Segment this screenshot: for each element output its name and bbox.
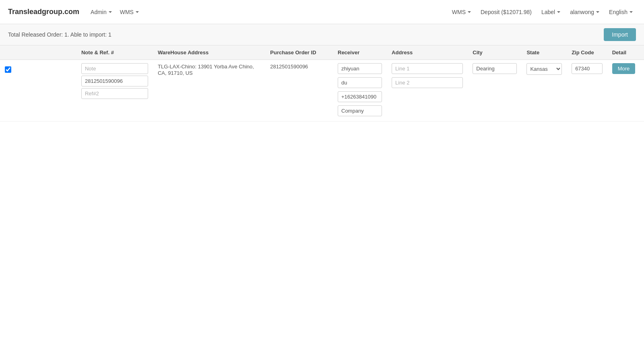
address-line1-input[interactable] bbox=[392, 63, 463, 74]
col-header-state: State bbox=[522, 45, 567, 60]
wms-right-menu[interactable]: WMS bbox=[449, 6, 474, 18]
po-cell: 2812501590096 bbox=[265, 60, 333, 121]
col-header-receiver: Receiver bbox=[333, 45, 387, 60]
col-header-checkbox bbox=[0, 45, 76, 60]
receiver-company-input[interactable] bbox=[338, 105, 382, 116]
city-cell bbox=[468, 60, 522, 121]
label-menu[interactable]: Label bbox=[538, 6, 564, 18]
table-container: Note & Ref. # WareHouse Address Purchase… bbox=[0, 45, 644, 121]
user-caret-icon bbox=[596, 11, 599, 13]
language-menu[interactable]: English bbox=[606, 6, 636, 18]
wms-left-caret-icon bbox=[136, 11, 139, 13]
navbar: Transleadgroup.com Admin WMS WMS Deposit… bbox=[0, 0, 644, 24]
import-button[interactable]: Import bbox=[604, 28, 636, 41]
ref2-input[interactable] bbox=[81, 88, 148, 99]
row-checkbox[interactable] bbox=[5, 66, 11, 73]
address-cell bbox=[387, 60, 468, 121]
navbar-left: Admin WMS bbox=[87, 6, 142, 18]
status-bar: Total Released Order: 1. Able to import:… bbox=[0, 24, 644, 45]
orders-table: Note & Ref. # WareHouse Address Purchase… bbox=[0, 45, 644, 121]
col-header-note: Note & Ref. # bbox=[76, 45, 153, 60]
po-id-text: 2812501590096 bbox=[270, 62, 308, 70]
deposit-link[interactable]: Deposit ($12071.98) bbox=[477, 6, 535, 18]
col-header-address: Address bbox=[387, 45, 468, 60]
receiver-cell bbox=[333, 60, 387, 121]
status-text: Total Released Order: 1. Able to import:… bbox=[8, 31, 111, 38]
state-select[interactable]: AlabamaAlaskaArizonaArkansasCaliforniaCo… bbox=[526, 63, 562, 75]
wms-left-menu[interactable]: WMS bbox=[117, 6, 142, 18]
admin-caret-icon bbox=[109, 11, 112, 13]
col-header-detail: Detail bbox=[607, 45, 644, 60]
zip-cell bbox=[567, 60, 607, 121]
brand: Transleadgroup.com bbox=[8, 8, 79, 16]
label-caret-icon bbox=[557, 11, 560, 13]
receiver-phone-input[interactable] bbox=[338, 91, 382, 102]
navbar-right: WMS Deposit ($12071.98) Label alanwong E… bbox=[449, 6, 636, 18]
user-menu[interactable]: alanwong bbox=[567, 6, 603, 18]
address-line2-input[interactable] bbox=[392, 77, 463, 88]
note-input[interactable] bbox=[81, 63, 148, 74]
receiver-name-input[interactable] bbox=[338, 63, 382, 74]
table-row: TLG-LAX-Chino: 13901 Yorba Ave Chino, CA… bbox=[0, 60, 644, 121]
receiver-extra-input[interactable] bbox=[338, 77, 382, 88]
row-checkbox-cell bbox=[0, 60, 76, 121]
warehouse-cell: TLG-LAX-Chino: 13901 Yorba Ave Chino, CA… bbox=[153, 60, 265, 121]
ref1-input[interactable] bbox=[81, 76, 148, 86]
col-header-zip: Zip Code bbox=[567, 45, 607, 60]
note-cell bbox=[76, 60, 153, 121]
admin-menu[interactable]: Admin bbox=[87, 6, 115, 18]
warehouse-address-text: TLG-LAX-Chino: 13901 Yorba Ave Chino, CA… bbox=[158, 62, 254, 76]
state-cell: AlabamaAlaskaArizonaArkansasCaliforniaCo… bbox=[522, 60, 567, 121]
col-header-po: Purchase Order ID bbox=[265, 45, 333, 60]
city-input[interactable] bbox=[473, 63, 517, 74]
detail-cell: More bbox=[607, 60, 644, 121]
wms-right-caret-icon bbox=[468, 11, 471, 13]
zip-input[interactable] bbox=[572, 63, 603, 74]
col-header-warehouse: WareHouse Address bbox=[153, 45, 265, 60]
col-header-city: City bbox=[468, 45, 522, 60]
table-header-row: Note & Ref. # WareHouse Address Purchase… bbox=[0, 45, 644, 60]
more-button[interactable]: More bbox=[612, 63, 636, 74]
language-caret-icon bbox=[630, 11, 633, 13]
